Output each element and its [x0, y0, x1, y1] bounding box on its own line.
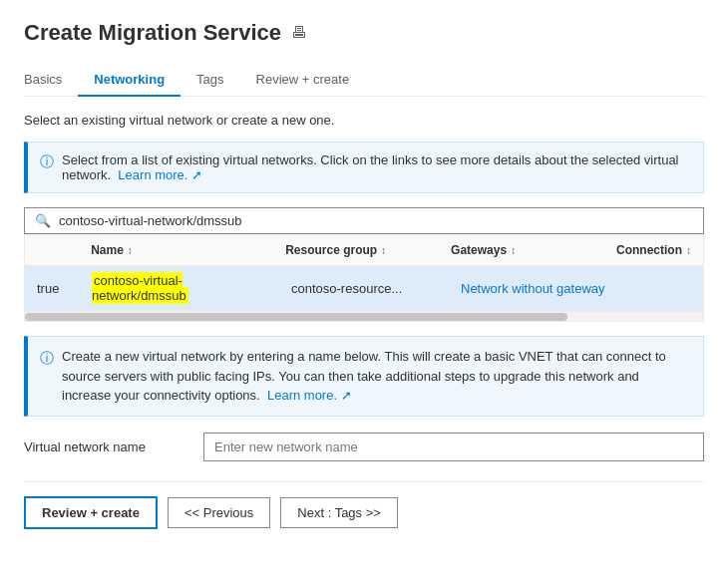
- sort-icon-connection: ↕: [686, 245, 691, 256]
- tab-review-create[interactable]: Review + create: [240, 64, 366, 97]
- table-header: Name ↕ Resource group ↕ Gateways ↕ Conne…: [25, 235, 703, 266]
- cell-name-highlight: contoso-virtual-network/dmssub: [92, 272, 188, 304]
- bottom-bar: Review + create << Previous Next : Tags …: [24, 481, 704, 529]
- col-header-selected: [25, 235, 79, 265]
- sort-icon-rg: ↕: [381, 245, 386, 256]
- col-header-rg[interactable]: Resource group ↕: [273, 235, 439, 265]
- print-icon[interactable]: 🖶: [291, 24, 307, 42]
- info-text-1: Select from a list of existing virtual n…: [62, 152, 691, 182]
- col-header-gateways[interactable]: Gateways ↕: [439, 235, 604, 265]
- tab-basics[interactable]: Basics: [24, 64, 78, 97]
- col-header-rg-label: Resource group: [285, 243, 377, 257]
- cell-rg: contoso-resource...: [279, 274, 449, 303]
- col-header-connection-label: Connection: [616, 243, 682, 257]
- tabs: Basics Networking Tags Review + create: [24, 64, 704, 97]
- search-icon: 🔍: [35, 213, 51, 228]
- horizontal-scrollbar[interactable]: [25, 311, 703, 321]
- info-icon-2: ⓘ: [40, 348, 54, 406]
- search-input[interactable]: contoso-virtual-network/dmssub: [59, 213, 693, 228]
- learn-more-link-1[interactable]: Learn more. ➚: [118, 167, 202, 182]
- sort-icon-gateways: ↕: [511, 245, 516, 256]
- col-header-name[interactable]: Name ↕: [79, 235, 273, 265]
- sort-icon-name: ↕: [128, 245, 133, 256]
- vnet-name-label: Virtual network name: [24, 439, 203, 454]
- next-button[interactable]: Next : Tags >>: [280, 497, 398, 528]
- previous-button[interactable]: << Previous: [168, 497, 270, 528]
- col-header-connection[interactable]: Connection ↕: [604, 235, 703, 265]
- cell-selected: true: [25, 274, 80, 303]
- vnet-name-row: Virtual network name: [24, 433, 704, 461]
- info-box-new-vnet: ⓘ Create a new virtual network by enteri…: [24, 336, 704, 417]
- cell-name: contoso-virtual-network/dmssub: [80, 266, 279, 310]
- info-icon-1: ⓘ: [40, 153, 54, 182]
- vnet-name-input[interactable]: [203, 433, 704, 461]
- search-box: 🔍 contoso-virtual-network/dmssub: [24, 207, 704, 234]
- virtual-network-table: Name ↕ Resource group ↕ Gateways ↕ Conne…: [24, 234, 704, 322]
- cell-gateways: Network without gateway: [449, 274, 618, 303]
- col-header-gateways-label: Gateways: [451, 243, 507, 257]
- subtitle: Select an existing virtual network or cr…: [24, 113, 704, 128]
- tab-tags[interactable]: Tags: [181, 64, 239, 97]
- page-title: Create Migration Service: [24, 20, 281, 46]
- info-text-2: Create a new virtual network by entering…: [62, 347, 691, 406]
- table-row[interactable]: true contoso-virtual-network/dmssub cont…: [25, 266, 703, 311]
- learn-more-link-2[interactable]: Learn more. ➚: [267, 388, 352, 403]
- cell-connection: [618, 281, 703, 295]
- info-box-existing: ⓘ Select from a list of existing virtual…: [24, 142, 704, 193]
- col-header-name-label: Name: [91, 243, 124, 257]
- tab-networking[interactable]: Networking: [78, 64, 181, 97]
- scroll-thumb[interactable]: [25, 313, 567, 321]
- review-create-button[interactable]: Review + create: [24, 496, 158, 529]
